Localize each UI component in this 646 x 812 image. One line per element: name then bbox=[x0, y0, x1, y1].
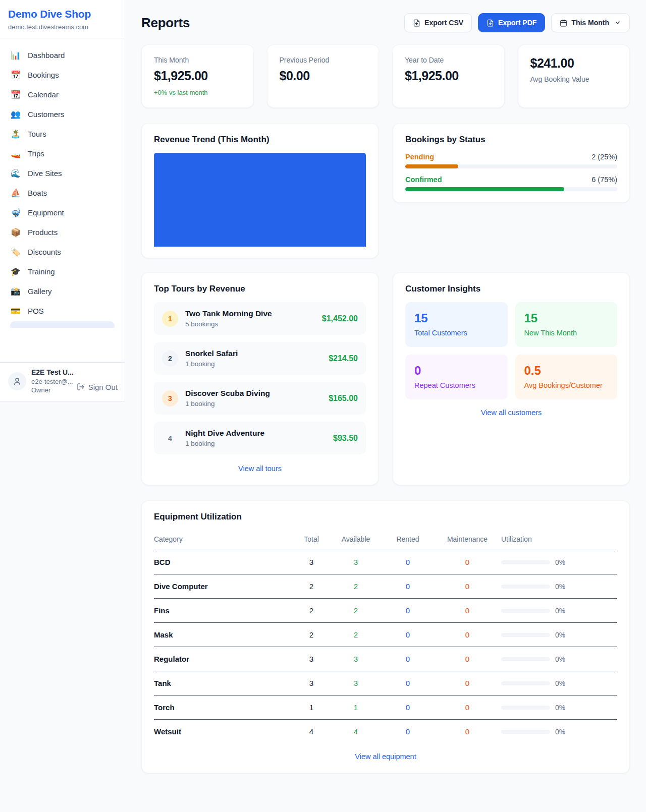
page-header: Reports Export CSV Export PDF This Month bbox=[141, 13, 630, 32]
view-all-customers-link[interactable]: View all customers bbox=[405, 405, 617, 418]
sidebar-item-label: Gallery bbox=[28, 287, 52, 296]
customer-insights-card: Customer Insights 15 Total Customers 15 … bbox=[393, 272, 630, 485]
sidebar-item-discounts[interactable]: 🏷️ Discounts bbox=[5, 242, 120, 262]
stat-card-previous-period: Previous Period $0.00 bbox=[267, 44, 380, 108]
sidebar-item-label: Tours bbox=[28, 130, 46, 138]
equipment-available: 3 bbox=[330, 550, 382, 574]
equipment-maintenance: 0 bbox=[434, 623, 501, 647]
tag-icon: 🏷️ bbox=[10, 247, 21, 257]
table-row: Dive Computer 2 2 0 0 0% bbox=[154, 574, 617, 599]
graduation-cap-icon: 🎓 bbox=[10, 267, 21, 276]
status-label: Pending bbox=[405, 153, 434, 161]
sidebar-item-calendar[interactable]: 📆 Calendar bbox=[5, 85, 120, 104]
equipment-total: 3 bbox=[293, 550, 330, 574]
equipment-rented: 0 bbox=[382, 671, 434, 695]
insights-grid: 15 Total Customers 15 New This Month 0 R… bbox=[405, 302, 617, 399]
insight-value: 15 bbox=[414, 311, 499, 325]
rank-badge: 4 bbox=[162, 430, 178, 446]
page-title: Reports bbox=[141, 15, 190, 31]
sidebar-item-products[interactable]: 📦 Products bbox=[5, 222, 120, 242]
period-select[interactable]: This Month bbox=[551, 13, 630, 32]
equipment-category: Dive Computer bbox=[154, 574, 293, 599]
export-pdf-label: Export PDF bbox=[498, 19, 536, 27]
column-header: Category bbox=[154, 530, 293, 550]
stat-card-year-to-date: Year to Date $1,925.00 bbox=[392, 44, 505, 108]
stat-value: $0.00 bbox=[280, 69, 367, 83]
insight-label: Repeat Customers bbox=[414, 381, 499, 389]
user-section: E2E Test U... e2e-tester@... Owner Sign … bbox=[0, 362, 125, 401]
user-info: E2E Test U... e2e-tester@... Owner bbox=[31, 368, 72, 395]
sidebar-item-training[interactable]: 🎓 Training bbox=[5, 262, 120, 281]
equipment-maintenance: 0 bbox=[434, 599, 501, 623]
stat-label: Avg Booking Value bbox=[530, 75, 618, 83]
sign-out-button[interactable]: Sign Out bbox=[77, 379, 118, 395]
sidebar-nav: 📊 Dashboard 📅 Bookings 📆 Calendar 👥 Cust… bbox=[0, 38, 125, 362]
rank-badge: 2 bbox=[162, 351, 178, 367]
sidebar-item-dashboard[interactable]: 📊 Dashboard bbox=[5, 45, 120, 65]
calendar-icon: 📆 bbox=[10, 90, 21, 99]
sidebar-item-trips[interactable]: 🚤 Trips bbox=[5, 144, 120, 163]
dive-mask-icon: 🤿 bbox=[10, 208, 21, 217]
sidebar-item-label: POS bbox=[28, 307, 44, 315]
sidebar-item-boats[interactable]: ⛵ Boats bbox=[5, 183, 120, 203]
tour-revenue: $1,452.00 bbox=[322, 314, 358, 323]
status-count: 2 (25%) bbox=[591, 153, 617, 161]
stat-card-this-month: This Month $1,925.00 +0% vs last month bbox=[141, 44, 254, 108]
sidebar-item-pos[interactable]: 💳 POS bbox=[5, 301, 120, 321]
export-csv-button[interactable]: Export CSV bbox=[404, 13, 472, 32]
utilization-percent: 0% bbox=[555, 679, 565, 687]
sidebar-item-tours[interactable]: 🏝️ Tours bbox=[5, 124, 120, 144]
credit-card-icon: 💳 bbox=[10, 306, 21, 316]
customer-insights-title: Customer Insights bbox=[405, 284, 617, 294]
stat-value: $241.00 bbox=[530, 56, 618, 71]
sidebar-item-equipment[interactable]: 🤿 Equipment bbox=[5, 203, 120, 222]
sidebar-item-customers[interactable]: 👥 Customers bbox=[5, 104, 120, 124]
utilization-percent: 0% bbox=[555, 583, 565, 591]
export-pdf-button[interactable]: Export PDF bbox=[478, 13, 545, 32]
tour-bookings: 1 booking bbox=[185, 440, 326, 447]
view-all-equipment-link[interactable]: View all equipment bbox=[154, 749, 617, 762]
bookings-by-status-card: Bookings by Status Pending 2 (25%) Confi… bbox=[393, 123, 630, 203]
stats-row: This Month $1,925.00 +0% vs last month P… bbox=[141, 44, 630, 108]
utilization-bar-track bbox=[501, 609, 550, 613]
column-header: Available bbox=[330, 530, 382, 550]
column-header: Rented bbox=[382, 530, 434, 550]
status-row-confirmed: Confirmed 6 (75%) bbox=[405, 176, 617, 191]
revenue-trend-card: Revenue Trend (This Month) bbox=[141, 123, 379, 258]
revenue-trend-title: Revenue Trend (This Month) bbox=[154, 135, 366, 145]
sign-out-label: Sign Out bbox=[88, 383, 118, 391]
tour-revenue: $214.50 bbox=[329, 354, 358, 363]
utilization-cell: 0% bbox=[501, 583, 617, 591]
tour-list-item: 3 Discover Scuba Diving 1 booking $165.0… bbox=[154, 382, 366, 415]
utilization-cell: 0% bbox=[501, 631, 617, 639]
tour-list-item: 2 Snorkel Safari 1 booking $214.50 bbox=[154, 342, 366, 375]
stat-value: $1,925.00 bbox=[154, 69, 241, 83]
sidebar-item-label: Equipment bbox=[28, 208, 64, 217]
equipment-rented: 0 bbox=[382, 550, 434, 574]
view-all-tours-link[interactable]: View all tours bbox=[154, 461, 366, 474]
table-row: Torch 1 1 0 0 0% bbox=[154, 695, 617, 720]
tour-name: Discover Scuba Diving bbox=[185, 389, 321, 398]
insight-value: 15 bbox=[524, 311, 609, 325]
equipment-maintenance: 0 bbox=[434, 647, 501, 671]
sidebar-item-bookings[interactable]: 📅 Bookings bbox=[5, 65, 120, 85]
status-progress-track bbox=[405, 187, 617, 191]
insight-tile-new-this-month: 15 New This Month bbox=[515, 302, 618, 347]
insight-label: Total Customers bbox=[414, 329, 499, 337]
equipment-maintenance: 0 bbox=[434, 550, 501, 574]
main-content: Reports Export CSV Export PDF This Month… bbox=[125, 0, 646, 773]
utilization-percent: 0% bbox=[555, 558, 565, 566]
island-icon: 🏝️ bbox=[10, 129, 21, 139]
utilization-bar-track bbox=[501, 706, 550, 710]
equipment-category: Regulator bbox=[154, 647, 293, 671]
sidebar-item-dive-sites[interactable]: 🌊 Dive Sites bbox=[5, 163, 120, 183]
sidebar-item-reports-active-partial[interactable] bbox=[10, 321, 115, 328]
equipment-available: 2 bbox=[330, 574, 382, 599]
sidebar-item-gallery[interactable]: 📸 Gallery bbox=[5, 281, 120, 301]
column-header: Utilization bbox=[501, 530, 617, 550]
equipment-utilization-title: Equipment Utilization bbox=[154, 512, 617, 522]
sidebar-item-label: Customers bbox=[28, 110, 65, 119]
utilization-bar-track bbox=[501, 730, 550, 734]
status-count: 6 (75%) bbox=[591, 176, 617, 184]
tour-bookings: 1 booking bbox=[185, 360, 321, 368]
